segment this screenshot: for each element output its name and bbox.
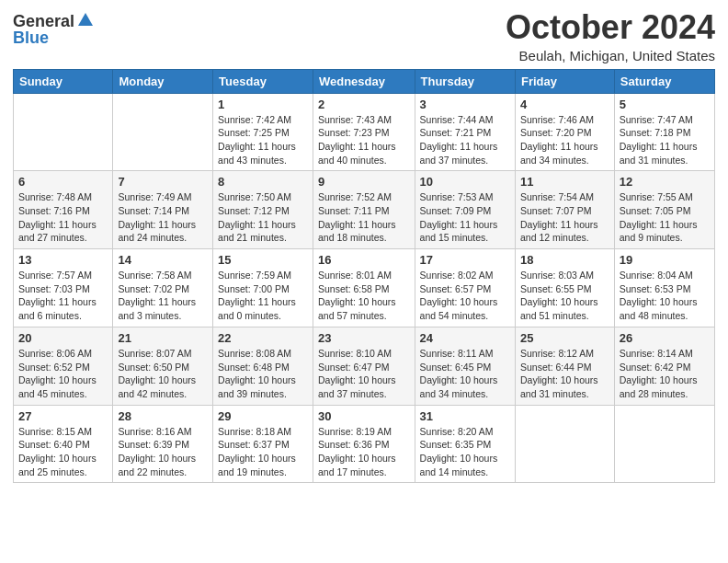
sunset-text: Sunset: 7:05 PM bbox=[620, 205, 691, 216]
daylight-text: Daylight: 10 hours and 34 minutes. bbox=[420, 374, 498, 399]
day-info: Sunrise: 7:48 AMSunset: 7:16 PMDaylight:… bbox=[18, 190, 108, 245]
day-info: Sunrise: 7:54 AMSunset: 7:07 PMDaylight:… bbox=[520, 190, 609, 245]
daylight-text: Daylight: 11 hours and 15 minutes. bbox=[420, 219, 498, 244]
sunrise-text: Sunrise: 8:06 AM bbox=[18, 348, 92, 359]
daylight-text: Daylight: 10 hours and 37 minutes. bbox=[318, 374, 396, 399]
sunset-text: Sunset: 7:18 PM bbox=[620, 127, 691, 138]
sunrise-text: Sunrise: 7:54 AM bbox=[520, 191, 594, 202]
day-info: Sunrise: 7:53 AMSunset: 7:09 PMDaylight:… bbox=[420, 190, 510, 245]
col-wednesday: Wednesday bbox=[313, 69, 415, 93]
daylight-text: Daylight: 10 hours and 45 minutes. bbox=[18, 374, 97, 399]
day-number: 4 bbox=[520, 98, 609, 111]
table-row: 26Sunrise: 8:14 AMSunset: 6:42 PMDayligh… bbox=[614, 327, 714, 405]
sunset-text: Sunset: 7:16 PM bbox=[18, 205, 90, 216]
col-friday: Friday bbox=[515, 69, 614, 93]
daylight-text: Daylight: 10 hours and 42 minutes. bbox=[118, 374, 196, 399]
sunset-text: Sunset: 7:02 PM bbox=[118, 283, 189, 294]
logo-general-text: General bbox=[13, 13, 74, 29]
day-info: Sunrise: 7:47 AMSunset: 7:18 PMDaylight:… bbox=[620, 113, 710, 167]
title-block: October 2024 Beulah, Michigan, United St… bbox=[506, 9, 715, 63]
day-info: Sunrise: 8:06 AMSunset: 6:52 PMDaylight:… bbox=[18, 347, 108, 401]
sunrise-text: Sunrise: 8:03 AM bbox=[520, 270, 594, 281]
table-row: 17Sunrise: 8:02 AMSunset: 6:57 PMDayligh… bbox=[415, 249, 515, 327]
sunset-text: Sunset: 7:11 PM bbox=[318, 205, 390, 216]
table-row: 25Sunrise: 8:12 AMSunset: 6:44 PMDayligh… bbox=[515, 327, 614, 405]
day-number: 5 bbox=[620, 98, 710, 111]
table-row: 15Sunrise: 7:59 AMSunset: 7:00 PMDayligh… bbox=[213, 249, 313, 327]
table-row: 27Sunrise: 8:15 AMSunset: 6:40 PMDayligh… bbox=[14, 405, 113, 483]
sunrise-text: Sunrise: 8:07 AM bbox=[118, 348, 191, 359]
day-info: Sunrise: 7:42 AMSunset: 7:25 PMDaylight:… bbox=[218, 113, 308, 167]
page-container: General Blue October 2024 Beulah, Michig… bbox=[0, 0, 728, 496]
daylight-text: Daylight: 11 hours and 3 minutes. bbox=[118, 296, 196, 321]
table-row bbox=[14, 93, 113, 171]
sunrise-text: Sunrise: 8:12 AM bbox=[520, 348, 594, 359]
sunrise-text: Sunrise: 7:48 AM bbox=[18, 191, 92, 202]
table-row bbox=[113, 93, 213, 171]
daylight-text: Daylight: 10 hours and 22 minutes. bbox=[118, 453, 196, 477]
day-number: 2 bbox=[318, 98, 410, 111]
sunrise-text: Sunrise: 8:19 AM bbox=[318, 426, 392, 437]
day-number: 29 bbox=[218, 409, 308, 423]
daylight-text: Daylight: 11 hours and 27 minutes. bbox=[18, 219, 97, 244]
day-number: 21 bbox=[118, 331, 208, 345]
daylight-text: Daylight: 10 hours and 54 minutes. bbox=[420, 296, 498, 321]
day-info: Sunrise: 8:19 AMSunset: 6:36 PMDaylight:… bbox=[318, 425, 410, 479]
day-info: Sunrise: 7:50 AMSunset: 7:12 PMDaylight:… bbox=[218, 190, 308, 245]
day-info: Sunrise: 8:03 AMSunset: 6:55 PMDaylight:… bbox=[520, 269, 609, 323]
calendar-header-row: Sunday Monday Tuesday Wednesday Thursday… bbox=[14, 69, 715, 93]
table-row: 10Sunrise: 7:53 AMSunset: 7:09 PMDayligh… bbox=[415, 171, 515, 249]
table-row: 16Sunrise: 8:01 AMSunset: 6:58 PMDayligh… bbox=[313, 249, 415, 327]
day-number: 31 bbox=[420, 409, 510, 423]
sunrise-text: Sunrise: 8:10 AM bbox=[318, 348, 392, 359]
sunset-text: Sunset: 6:55 PM bbox=[520, 283, 592, 294]
table-row: 13Sunrise: 7:57 AMSunset: 7:03 PMDayligh… bbox=[14, 249, 113, 327]
sunset-text: Sunset: 6:53 PM bbox=[620, 283, 691, 294]
sunset-text: Sunset: 6:48 PM bbox=[218, 362, 290, 373]
sunrise-text: Sunrise: 7:55 AM bbox=[620, 191, 693, 202]
calendar-table: Sunday Monday Tuesday Wednesday Thursday… bbox=[13, 69, 715, 484]
sunset-text: Sunset: 6:42 PM bbox=[620, 362, 691, 373]
sunset-text: Sunset: 6:50 PM bbox=[118, 362, 189, 373]
calendar-week-row: 20Sunrise: 8:06 AMSunset: 6:52 PMDayligh… bbox=[14, 327, 715, 405]
day-info: Sunrise: 7:52 AMSunset: 7:11 PMDaylight:… bbox=[318, 190, 410, 245]
day-number: 17 bbox=[420, 253, 510, 267]
table-row: 24Sunrise: 8:11 AMSunset: 6:45 PMDayligh… bbox=[415, 327, 515, 405]
day-info: Sunrise: 7:46 AMSunset: 7:20 PMDaylight:… bbox=[520, 113, 609, 167]
day-number: 22 bbox=[218, 331, 308, 345]
sunrise-text: Sunrise: 7:44 AM bbox=[420, 114, 494, 125]
logo-triangle-icon bbox=[78, 13, 93, 26]
calendar-week-row: 6Sunrise: 7:48 AMSunset: 7:16 PMDaylight… bbox=[14, 171, 715, 249]
sunrise-text: Sunrise: 7:42 AM bbox=[218, 114, 291, 125]
daylight-text: Daylight: 11 hours and 12 minutes. bbox=[520, 219, 598, 244]
sunset-text: Sunset: 6:40 PM bbox=[18, 439, 90, 450]
daylight-text: Daylight: 11 hours and 18 minutes. bbox=[318, 219, 396, 244]
daylight-text: Daylight: 11 hours and 37 minutes. bbox=[420, 141, 498, 166]
day-number: 28 bbox=[118, 409, 208, 423]
daylight-text: Daylight: 11 hours and 9 minutes. bbox=[620, 219, 698, 244]
table-row: 20Sunrise: 8:06 AMSunset: 6:52 PMDayligh… bbox=[14, 327, 113, 405]
col-tuesday: Tuesday bbox=[213, 69, 313, 93]
day-info: Sunrise: 7:55 AMSunset: 7:05 PMDaylight:… bbox=[620, 190, 710, 245]
day-number: 23 bbox=[318, 331, 410, 345]
table-row: 3Sunrise: 7:44 AMSunset: 7:21 PMDaylight… bbox=[415, 93, 515, 171]
table-row: 1Sunrise: 7:42 AMSunset: 7:25 PMDaylight… bbox=[213, 93, 313, 171]
day-number: 19 bbox=[620, 253, 710, 267]
daylight-text: Daylight: 11 hours and 21 minutes. bbox=[218, 219, 296, 244]
day-info: Sunrise: 8:15 AMSunset: 6:40 PMDaylight:… bbox=[18, 425, 108, 479]
table-row: 31Sunrise: 8:20 AMSunset: 6:35 PMDayligh… bbox=[415, 405, 515, 483]
day-info: Sunrise: 7:49 AMSunset: 7:14 PMDaylight:… bbox=[118, 190, 208, 245]
sunrise-text: Sunrise: 8:18 AM bbox=[218, 426, 291, 437]
day-number: 11 bbox=[520, 175, 609, 189]
sunset-text: Sunset: 7:09 PM bbox=[420, 205, 492, 216]
day-info: Sunrise: 8:11 AMSunset: 6:45 PMDaylight:… bbox=[420, 347, 510, 401]
table-row: 21Sunrise: 8:07 AMSunset: 6:50 PMDayligh… bbox=[113, 327, 213, 405]
daylight-text: Daylight: 10 hours and 31 minutes. bbox=[520, 374, 598, 399]
month-title: October 2024 bbox=[506, 9, 715, 46]
table-row: 23Sunrise: 8:10 AMSunset: 6:47 PMDayligh… bbox=[313, 327, 415, 405]
sunrise-text: Sunrise: 8:20 AM bbox=[420, 426, 494, 437]
daylight-text: Daylight: 10 hours and 57 minutes. bbox=[318, 296, 396, 321]
col-sunday: Sunday bbox=[14, 69, 113, 93]
calendar-week-row: 1Sunrise: 7:42 AMSunset: 7:25 PMDaylight… bbox=[14, 93, 715, 171]
col-saturday: Saturday bbox=[614, 69, 714, 93]
